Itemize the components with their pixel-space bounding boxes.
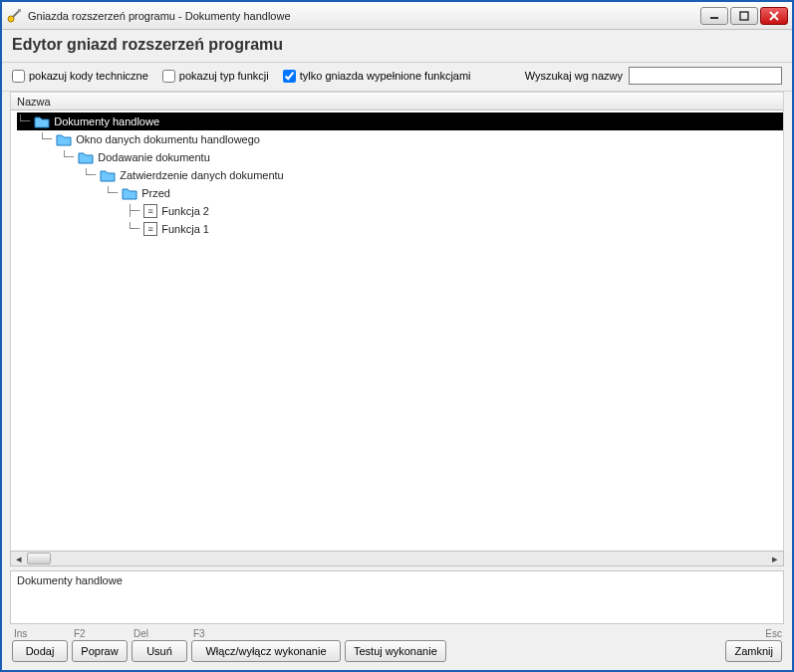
toggle-execution-button[interactable]: Włącz/wyłącz wykonanie (191, 640, 341, 662)
function-icon: ≡ (143, 222, 157, 236)
add-button[interactable]: Dodaj (12, 640, 68, 662)
tree-node[interactable]: └─ Okno danych dokumentu handlowego (39, 130, 783, 148)
svg-rect-3 (740, 12, 748, 20)
search-input[interactable] (629, 67, 782, 85)
tree-node-root[interactable]: └─ Dokumenty handlowe (17, 112, 783, 130)
tree-branch: └─ (61, 148, 74, 166)
hint-f3: F3 (191, 628, 205, 639)
search-row: Wyszukaj wg nazwy (525, 67, 782, 85)
tree-node-label: Przed (141, 184, 170, 202)
scroll-right-arrow[interactable]: ▸ (769, 553, 781, 564)
hint-f2: F2 (72, 628, 86, 639)
tree-node-function[interactable]: └─ ≡ Funkcja 1 (127, 220, 783, 238)
svg-rect-1 (18, 9, 21, 12)
options-toolbar: pokazuj kody techniczne pokazuj typ funk… (2, 63, 792, 92)
folder-icon (100, 168, 116, 182)
window-buttons (700, 7, 788, 25)
show-tech-codes-input[interactable] (12, 70, 25, 83)
show-func-type-checkbox[interactable]: pokazuj typ funkcji (162, 70, 269, 83)
horizontal-scrollbar[interactable]: ◂ ▸ (10, 551, 784, 566)
show-func-type-label: pokazuj typ funkcji (179, 70, 269, 82)
show-tech-codes-label: pokazuj kody techniczne (29, 70, 148, 82)
app-window: Gniazda rozszerzeń programu - Dokumenty … (0, 0, 794, 672)
tree-branch: ├─ (127, 202, 139, 220)
scroll-left-arrow[interactable]: ◂ (13, 553, 25, 564)
tree-view[interactable]: └─ Dokumenty handlowe └─ Okno danych dok… (11, 111, 783, 551)
function-icon: ≡ (143, 204, 157, 218)
tree-branch: └─ (17, 112, 30, 130)
tree-node-function[interactable]: ├─ ≡ Funkcja 2 (127, 202, 783, 220)
only-filled-label: tylko gniazda wypełnione funkcjami (300, 70, 471, 82)
edit-button[interactable]: Popraw (72, 640, 128, 662)
tree-node-label: Funkcja 1 (161, 220, 209, 238)
detail-text: Dokumenty handlowe (17, 574, 123, 586)
folder-icon (122, 186, 137, 200)
folder-icon (56, 132, 72, 146)
hint-blank (345, 628, 350, 639)
tree-node-label: Okno danych dokumentu handlowego (76, 130, 260, 148)
tree-node[interactable]: └─ Przed (105, 184, 783, 202)
search-label: Wyszukaj wg nazwy (525, 70, 623, 82)
column-header-name[interactable]: Nazwa (11, 93, 783, 111)
hint-esc: Esc (763, 628, 782, 639)
tree-node[interactable]: └─ Zatwierdzenie danych dokumentu (83, 166, 783, 184)
tree-node-label: Dokumenty handlowe (54, 112, 159, 130)
tree-node-label: Funkcja 2 (161, 202, 209, 220)
tree-node-label: Zatwierdzenie danych dokumentu (120, 166, 283, 184)
app-icon (6, 8, 22, 24)
folder-icon (78, 150, 94, 164)
detail-panel: Dokumenty handlowe (10, 570, 784, 624)
only-filled-checkbox[interactable]: tylko gniazda wypełnione funkcjami (283, 70, 471, 83)
folder-icon (34, 114, 50, 128)
tree-branch: └─ (39, 130, 52, 148)
page-title: Edytor gniazd rozszerzeń programu (2, 30, 792, 63)
test-execution-button[interactable]: Testuj wykonanie (345, 640, 446, 662)
tree-node[interactable]: └─ Dodawanie dokumentu (61, 148, 783, 166)
show-tech-codes-checkbox[interactable]: pokazuj kody techniczne (12, 70, 148, 83)
delete-button[interactable]: Usuń (132, 640, 187, 662)
close-dialog-button[interactable]: Zamknij (725, 640, 782, 662)
titlebar: Gniazda rozszerzeń programu - Dokumenty … (2, 2, 792, 30)
minimize-button[interactable] (700, 7, 728, 25)
tree-branch: └─ (105, 184, 118, 202)
scroll-track[interactable] (25, 553, 769, 564)
tree-node-label: Dodawanie dokumentu (98, 148, 210, 166)
show-func-type-input[interactable] (162, 70, 175, 83)
scroll-thumb[interactable] (27, 553, 51, 564)
maximize-button[interactable] (730, 7, 758, 25)
hint-del: Del (132, 628, 148, 639)
tree-branch: └─ (83, 166, 96, 184)
window-title: Gniazda rozszerzeń programu - Dokumenty … (28, 10, 694, 22)
footer-toolbar: Ins Dodaj F2 Popraw Del Usuń F3 Włącz/wy… (2, 624, 792, 670)
hint-ins: Ins (12, 628, 27, 639)
only-filled-input[interactable] (283, 70, 296, 83)
close-button[interactable] (760, 7, 788, 25)
tree-branch: └─ (127, 220, 139, 238)
